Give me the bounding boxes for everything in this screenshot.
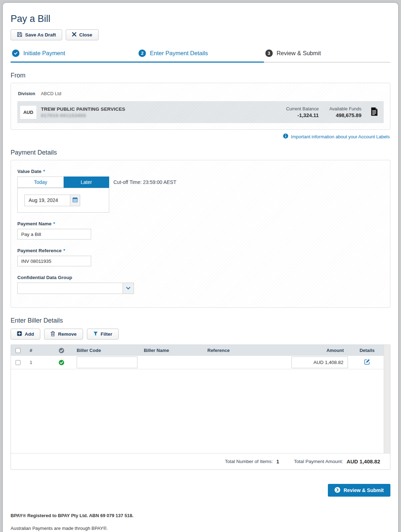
value-date-label: Value Date * xyxy=(17,169,384,174)
payment-details-panel: Value Date * Today Later Cut- xyxy=(11,160,390,308)
biller-table-row: 1 xyxy=(11,356,384,369)
amount-input[interactable] xyxy=(291,357,348,368)
step-complete-check-icon xyxy=(12,50,19,57)
col-number: # xyxy=(26,348,46,353)
available-funds-block: Available Funds 498,675.89 xyxy=(329,106,361,118)
step-review-submit[interactable]: 3 Review & Submit xyxy=(264,50,390,63)
step-enter-payment-details[interactable]: 2 Enter Payment Details xyxy=(137,50,264,63)
remove-label: Remove xyxy=(58,331,77,337)
value-date-today-button[interactable]: Today xyxy=(17,177,64,188)
step-initiate-payment[interactable]: Initiate Payment xyxy=(11,50,137,63)
step-number-badge: 3 xyxy=(265,50,273,57)
account-statement-icon[interactable] xyxy=(371,107,378,117)
biller-toolbar: Add Remove Filter xyxy=(11,329,390,340)
available-funds-value: 498,675.89 xyxy=(329,112,361,118)
current-balance-block: Current Balance -1,324.11 xyxy=(286,106,319,118)
save-as-draft-label: Save As Draft xyxy=(25,32,56,37)
current-balance-value: -1,324.11 xyxy=(286,112,319,118)
page-title: Pay a Bill xyxy=(11,13,390,24)
confidential-data-group-select[interactable] xyxy=(17,283,134,294)
available-funds-label: Available Funds xyxy=(329,106,361,111)
col-amount: Amount xyxy=(284,348,350,353)
toolbar: Save As Draft Close xyxy=(11,29,390,40)
chevron-down-icon xyxy=(123,283,134,294)
payment-details-heading: Payment Details xyxy=(11,149,390,156)
division-value: ABCD Ltd xyxy=(41,91,61,96)
from-panel: Division ABCD Ltd AUD TREW PUBLIC PAINTI… xyxy=(11,83,390,130)
account-labels-info-link[interactable]: Important information about your Account… xyxy=(283,133,390,140)
filter-label: Filter xyxy=(101,331,112,337)
required-marker: * xyxy=(43,169,45,174)
total-amount-value: AUD 1,408.82 xyxy=(347,458,380,464)
review-submit-button[interactable]: Review & Submit xyxy=(328,484,390,497)
total-items-label: Total Number of Items: xyxy=(225,459,273,464)
remove-button[interactable]: Remove xyxy=(44,329,83,340)
division-label: Division xyxy=(18,91,35,96)
biller-table-empty-area xyxy=(11,369,384,453)
add-label: Add xyxy=(25,331,34,337)
current-balance-label: Current Balance xyxy=(286,106,319,111)
review-submit-label: Review & Submit xyxy=(343,487,384,493)
row-number: 1 xyxy=(26,360,46,365)
account-balances: Current Balance -1,324.11 Available Fund… xyxy=(286,106,361,118)
value-date-later-button[interactable]: Later xyxy=(64,177,110,188)
division-row: Division ABCD Ltd xyxy=(18,91,384,96)
currency-badge: AUD xyxy=(20,106,36,119)
save-as-draft-button[interactable]: Save As Draft xyxy=(11,29,62,40)
select-value xyxy=(18,283,123,294)
step-label: Initiate Payment xyxy=(23,50,65,57)
arrow-right-circle-icon xyxy=(335,487,340,494)
value-date-toggle: Today Later xyxy=(17,177,109,188)
filter-icon xyxy=(93,331,98,337)
totals-row: Total Number of Items: 1 Total Payment A… xyxy=(11,453,390,469)
account-number-masked: 017010-001153455 xyxy=(41,113,286,118)
from-heading: From xyxy=(11,72,390,79)
account-card[interactable]: AUD TREW PUBLIC PAINTING SERVICES 017010… xyxy=(17,101,384,123)
value-date-input[interactable] xyxy=(24,195,70,206)
payment-reference-input[interactable] xyxy=(17,256,91,266)
bpay-payments-text: Australian Payments are made through BPA… xyxy=(11,526,390,531)
biller-code-cell xyxy=(77,357,144,368)
step-number-badge: 2 xyxy=(138,50,146,57)
save-icon xyxy=(17,32,22,38)
biller-code-input[interactable] xyxy=(77,357,137,368)
close-button[interactable]: Close xyxy=(66,29,99,40)
payment-reference-label: Payment Reference * xyxy=(17,248,384,253)
biller-table-header: # Biller Code Biller Name Reference Amou… xyxy=(11,345,384,356)
filter-button[interactable]: Filter xyxy=(87,329,119,340)
calendar-button[interactable] xyxy=(70,195,80,206)
required-marker: * xyxy=(63,248,65,253)
wizard-steps: Initiate Payment 2 Enter Payment Details… xyxy=(11,50,390,63)
table-scrollbar-track[interactable] xyxy=(384,345,390,453)
col-biller-code: Biller Code xyxy=(77,348,144,353)
col-biller-name: Biller Name xyxy=(144,348,207,353)
enter-biller-details-heading: Enter Biller Details xyxy=(11,317,390,324)
add-icon xyxy=(17,331,22,337)
payment-name-label: Payment Name * xyxy=(17,221,384,226)
total-amount-label: Total Payment Amount: xyxy=(294,459,343,464)
col-details: Details xyxy=(350,348,384,353)
info-icon xyxy=(283,133,288,140)
close-label: Close xyxy=(79,32,92,37)
total-items-value: 1 xyxy=(276,459,279,464)
edit-details-icon[interactable] xyxy=(350,359,384,366)
close-icon xyxy=(72,32,76,37)
value-date-widget: Today Later xyxy=(17,177,109,213)
payment-name-input[interactable] xyxy=(17,229,91,239)
pay-a-bill-page: Pay a Bill Save As Draft Close Initiate … xyxy=(3,3,398,532)
trash-icon xyxy=(51,331,55,337)
step-label: Enter Payment Details xyxy=(150,50,208,57)
add-button[interactable]: Add xyxy=(11,329,40,340)
calendar-icon xyxy=(72,197,78,203)
row-checkbox[interactable] xyxy=(11,359,26,366)
select-all-checkbox[interactable] xyxy=(11,348,26,353)
confidential-data-group-label: Confidential Data Group xyxy=(17,275,384,280)
biller-table: # Biller Code Biller Name Reference Amou… xyxy=(11,345,390,470)
info-link-label: Important information about your Account… xyxy=(291,134,390,139)
date-picker-box xyxy=(17,188,109,213)
row-valid-check-icon xyxy=(46,360,77,365)
required-marker: * xyxy=(53,221,55,226)
step-label: Review & Submit xyxy=(277,50,321,57)
footer: BPAY® Registered to BPAY Pty Ltd. ABN 69… xyxy=(11,513,390,532)
amount-cell xyxy=(284,357,350,368)
